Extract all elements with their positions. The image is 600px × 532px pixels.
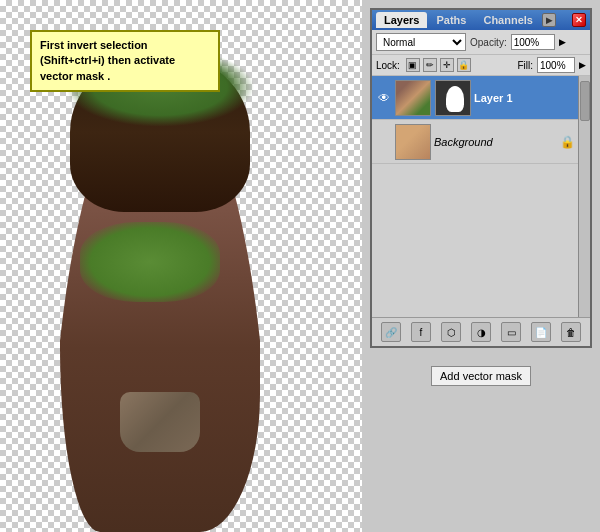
tooltip-text: Add vector mask: [440, 370, 522, 382]
adjustment-button[interactable]: ◑: [471, 322, 491, 342]
delete-button[interactable]: 🗑: [561, 322, 581, 342]
layers-list-container: 👁 Layer 1 Background 🔒: [372, 76, 590, 317]
instruction-text: First invert selection (Shift+ctrl+i) th…: [40, 39, 175, 82]
layers-list: 👁 Layer 1 Background 🔒: [372, 76, 578, 317]
link-button[interactable]: 🔗: [381, 322, 401, 342]
fill-row: Fill: ▶: [517, 57, 586, 73]
fx-button[interactable]: f: [411, 322, 431, 342]
expand-icon[interactable]: ▶: [542, 13, 556, 27]
tooltip-box: Add vector mask: [431, 366, 531, 386]
layer-thumbnail-background: [395, 124, 431, 160]
lock-fill-row: Lock: ▣ ✏ ✛ 🔒 Fill: ▶: [372, 55, 590, 76]
layer1-name: Layer 1: [474, 92, 574, 104]
background-layer-name: Background: [434, 136, 557, 148]
right-panel: Layers Paths Channels ▶ ✕ Normal Multipl…: [362, 0, 600, 532]
lock-pixels-icon[interactable]: ✏: [423, 58, 437, 72]
panel-toolbar: 🔗 f ⬡ ◑ ▭ 📄 🗑: [372, 317, 590, 346]
tab-paths[interactable]: Paths: [428, 12, 474, 28]
layer-item-background[interactable]: Background 🔒: [372, 120, 578, 164]
opacity-input[interactable]: [511, 34, 555, 50]
shape-button[interactable]: ▭: [501, 322, 521, 342]
canvas-area: First invert selection (Shift+ctrl+i) th…: [0, 0, 362, 532]
layer-thumbnail-layer1: [395, 80, 431, 116]
visibility-icon-background[interactable]: [376, 134, 392, 150]
panel-titlebar: Layers Paths Channels ▶ ✕: [372, 10, 590, 30]
subject-figure: [20, 42, 300, 532]
blend-opacity-row: Normal Multiply Screen Opacity: ▶: [372, 30, 590, 55]
new-layer-button[interactable]: 📄: [531, 322, 551, 342]
scroll-thumb[interactable]: [580, 81, 590, 121]
lock-all-icon[interactable]: 🔒: [457, 58, 471, 72]
fill-label: Fill:: [517, 60, 533, 71]
fill-input[interactable]: [537, 57, 575, 73]
mask-button[interactable]: ⬡: [441, 322, 461, 342]
lock-position-icon[interactable]: ✛: [440, 58, 454, 72]
pot: [120, 392, 200, 452]
opacity-label: Opacity:: [470, 37, 507, 48]
tab-channels[interactable]: Channels: [475, 12, 541, 28]
layer-mask-thumbnail[interactable]: [435, 80, 471, 116]
layer-item-layer1[interactable]: 👁 Layer 1: [372, 76, 578, 120]
tooltip-area: Add vector mask: [362, 356, 600, 396]
body-leaves: [80, 222, 220, 302]
close-button[interactable]: ✕: [572, 13, 586, 27]
layers-panel: Layers Paths Channels ▶ ✕ Normal Multipl…: [370, 8, 592, 348]
lock-transparent-icon[interactable]: ▣: [406, 58, 420, 72]
lock-icons: ▣ ✏ ✛ 🔒: [406, 58, 471, 72]
layer-lock-icon: 🔒: [560, 135, 574, 149]
lock-label: Lock:: [376, 60, 400, 71]
fill-arrow[interactable]: ▶: [579, 60, 586, 70]
layers-scrollbar[interactable]: [578, 76, 590, 317]
visibility-icon-layer1[interactable]: 👁: [376, 90, 392, 106]
layer-thumb-image: [396, 81, 430, 115]
mask-shape: [446, 86, 464, 112]
tab-layers[interactable]: Layers: [376, 12, 427, 28]
opacity-arrow[interactable]: ▶: [559, 37, 566, 47]
instruction-box: First invert selection (Shift+ctrl+i) th…: [30, 30, 220, 92]
blend-mode-select[interactable]: Normal Multiply Screen: [376, 33, 466, 51]
